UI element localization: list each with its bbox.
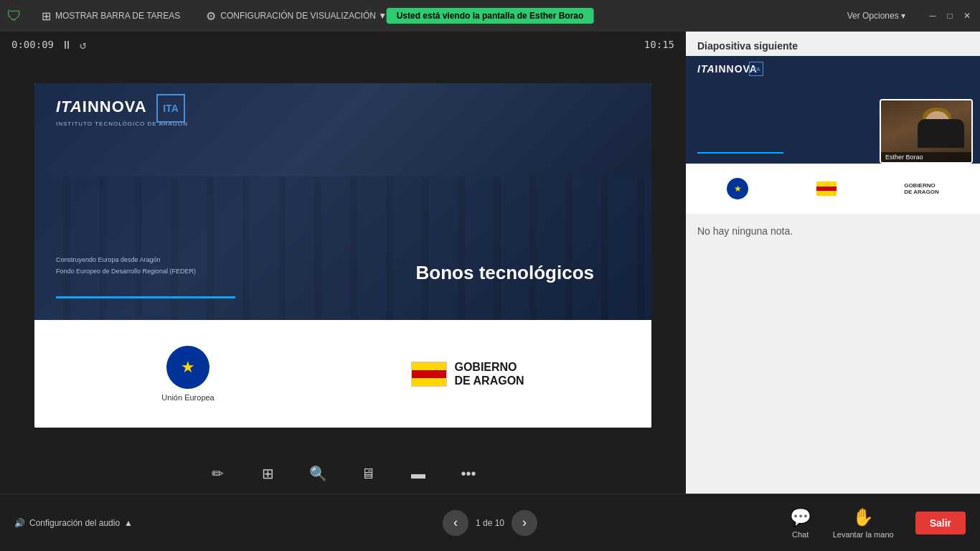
zoom-tool-btn[interactable]: 🔍: [303, 459, 332, 488]
prev-slide-btn[interactable]: ‹: [443, 510, 468, 536]
mini-accent: [697, 152, 783, 154]
next-slide-btn[interactable]: ›: [512, 510, 537, 536]
show-taskbar-label: MOSTRAR BARRA DE TAREAS: [55, 11, 180, 21]
minimize-btn[interactable]: ─: [927, 10, 938, 22]
notes-text: No hay ninguna nota.: [697, 225, 793, 237]
total-time: 10:15: [644, 39, 674, 50]
next-slide-header: Diapositiva siguiente: [686, 32, 980, 56]
show-taskbar-btn[interactable]: ⊞ MOSTRAR BARRA DE TAREAS: [36, 6, 186, 26]
view-config-btn[interactable]: ⚙ CONFIGURACIÓN DE VISUALIZACIÓN ▼: [200, 6, 392, 26]
notes-area: No hay ninguna nota.: [686, 214, 980, 494]
pause-btn[interactable]: ⏸: [61, 38, 72, 52]
close-btn[interactable]: ✕: [961, 10, 973, 22]
timer-bar: 0:00:09 ⏸ ↺ 10:15: [0, 32, 686, 57]
slide-sub-text: Construyendo Europa desde Aragón Fondo E…: [56, 254, 196, 277]
aragon-label2: DE ARAGON: [454, 374, 524, 387]
mini-slide-bottom: ★ GOBIERNODE ARAGON: [686, 164, 980, 214]
aragon-text: GOBIERNO DE ARAGON: [454, 360, 524, 387]
slide-toolbar: ✏ ⊞ 🔍 🖥 ▬ •••: [0, 453, 686, 494]
slide-building: [34, 176, 651, 320]
chat-label: Chat: [792, 530, 809, 539]
presenter-name-tag: Esther Borao: [881, 152, 971, 162]
person-body: [918, 119, 964, 148]
slide-nav: ‹ 1 de 10 ›: [443, 510, 537, 536]
current-slide: 1: [476, 518, 481, 528]
slide-logo: ITAINNOVA: [56, 98, 147, 116]
view-config-label: CONFIGURACIÓN DE VISUALIZACIÓN ▼: [220, 11, 387, 21]
taskbar-icon: ⊞: [42, 9, 51, 23]
aragon-flag: [411, 362, 447, 387]
total-slides: 10: [495, 518, 504, 528]
eu-circle: ★: [166, 346, 209, 389]
eu-label: Unión Europea: [161, 393, 214, 402]
audio-chevron-icon: ▲: [124, 518, 133, 528]
slide-top: ITAINNOVA INSTITUTO TECNOLÓGICO DE ARAGÓ…: [34, 83, 651, 320]
slide-bottom: ★ Unión Europea GOBIERNO DE ARAGON: [34, 320, 651, 428]
shield-icon: 🛡: [7, 8, 22, 24]
slide-separator: de: [483, 518, 495, 528]
reset-timer-btn[interactable]: ↺: [80, 38, 87, 52]
slide-title: Bonos tecnológicos: [416, 262, 594, 284]
window-controls: ─ □ ✕: [927, 10, 973, 22]
pen-tool-btn[interactable]: ✏: [203, 459, 232, 488]
slide-container: ITAINNOVA INSTITUTO TECNOLÓGICO DE ARAGÓ…: [0, 57, 686, 453]
maximize-btn[interactable]: □: [944, 10, 956, 22]
right-panel: Diapositiva siguiente ITAINNOVA ITA INNO…: [686, 32, 980, 494]
mini-aragon-flag: [816, 182, 837, 196]
raise-hand-btn[interactable]: ✋ Levantar la mano: [833, 507, 894, 539]
slide-sub2: Fondo Europeo de Desarrollo Regional (FE…: [56, 265, 196, 277]
slide-logo-box: ITA: [156, 94, 185, 123]
banner-text: Usted está viendo la pantalla de Esther …: [387, 8, 594, 24]
mini-eu-circle: ★: [727, 178, 748, 199]
main-layout: 0:00:09 ⏸ ↺ 10:15 ITAINNOVA INSTITUTO TE…: [0, 32, 980, 494]
eu-logo: ★ Unión Europea: [161, 346, 214, 402]
bottom-actions: 💬 Chat ✋ Levantar la mano Salir: [790, 507, 966, 539]
chat-btn[interactable]: 💬 Chat: [790, 507, 811, 539]
top-bar: 🛡 ⊞ MOSTRAR BARRA DE TAREAS ⚙ CONFIGURAC…: [0, 0, 980, 32]
audio-config-btn[interactable]: 🔊 Configuración del audio ▲: [14, 518, 133, 528]
config-icon: ⚙: [206, 9, 216, 23]
view-options-label: Ver Opciones ▾: [847, 11, 905, 21]
audio-config-label: Configuración del audio: [29, 518, 120, 528]
audio-icon: 🔊: [14, 518, 25, 528]
bottom-bar: 🔊 Configuración del audio ▲ ‹ 1 de 10 › …: [0, 494, 980, 551]
mini-aragon-text: GOBIERNODE ARAGON: [904, 182, 939, 195]
aragon-logo: GOBIERNO DE ARAGON: [411, 360, 524, 387]
presentation-area: 0:00:09 ⏸ ↺ 10:15 ITAINNOVA INSTITUTO TE…: [0, 32, 686, 494]
view-options-btn[interactable]: Ver Opciones ▾: [847, 11, 905, 21]
more-options-btn[interactable]: •••: [454, 459, 483, 488]
slide-counter: 1 de 10: [476, 518, 504, 528]
innova-text: INNOVA: [83, 98, 147, 116]
pointer-tool-btn[interactable]: 🖥: [354, 459, 382, 488]
slide-accent-line: [56, 296, 235, 298]
video-person: Esther Borao: [881, 100, 971, 162]
select-tool-btn[interactable]: ⊞: [253, 459, 282, 488]
slide-frame: ITAINNOVA INSTITUTO TECNOLÓGICO DE ARAGÓ…: [34, 83, 651, 428]
chat-icon: 💬: [790, 507, 811, 527]
exit-btn[interactable]: Salir: [915, 512, 966, 534]
ita-text: ITA: [56, 98, 83, 116]
aragon-label1: GOBIERNO: [454, 360, 524, 374]
raise-hand-icon: ✋: [852, 507, 874, 527]
timer-left: 0:00:09 ⏸ ↺: [11, 38, 87, 52]
slide-sub1: Construyendo Europa desde Aragón: [56, 254, 196, 265]
caption-tool-btn[interactable]: ▬: [404, 459, 433, 488]
presenter-video: Esther Borao: [880, 99, 973, 164]
elapsed-time: 0:00:09: [11, 39, 54, 50]
raise-hand-label: Levantar la mano: [833, 530, 894, 539]
next-slide-preview: ITAINNOVA ITA INNOV ★ GOBIERNODE ARAGON …: [686, 56, 980, 214]
mini-ita-box: ITA: [749, 62, 763, 76]
